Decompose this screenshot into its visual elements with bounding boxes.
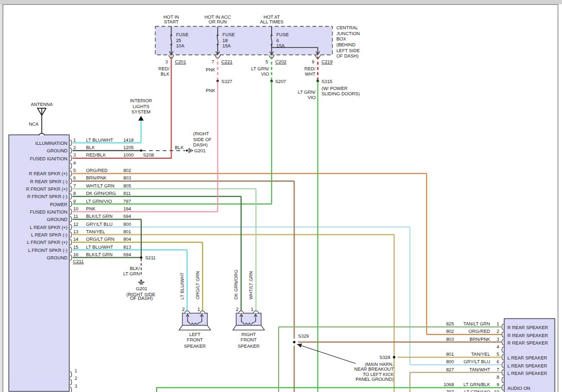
svg-text:8: 8: [74, 191, 76, 196]
svg-text:2: 2: [496, 329, 499, 334]
svg-text:G201: G201: [194, 148, 206, 153]
svg-text:C202: C202: [275, 59, 287, 64]
svg-text:BOX: BOX: [337, 36, 347, 42]
svg-text:9: 9: [312, 59, 314, 64]
svg-text:LIGHTS: LIGHTS: [133, 104, 150, 109]
svg-text:FUSE: FUSE: [276, 32, 289, 37]
svg-text:6: 6: [74, 175, 76, 181]
svg-text:TAN/YEL: TAN/YEL: [471, 352, 490, 357]
svg-text:OF DASH): OF DASH): [337, 53, 359, 59]
svg-text:ILLUMINATION: ILLUMINATION: [35, 141, 67, 146]
svg-text:RIGHT: RIGHT: [241, 332, 256, 337]
svg-text:DK GRN/ORG: DK GRN/ORG: [233, 270, 239, 299]
svg-text:802: 802: [446, 329, 454, 334]
svg-text:RED/: RED/: [158, 66, 169, 71]
svg-text:S208: S208: [143, 152, 154, 158]
svg-text:S315: S315: [322, 79, 332, 84]
svg-text:TO LEFT KICK: TO LEFT KICK: [363, 372, 394, 377]
svg-text:JUNCTION: JUNCTION: [337, 31, 360, 36]
svg-text:1000: 1000: [124, 152, 134, 158]
svg-text:LT GRN: LT GRN: [123, 271, 140, 276]
svg-text:DASH): DASH): [193, 142, 208, 148]
svg-text:OR RUN: OR RUN: [208, 19, 226, 24]
svg-text:3: 3: [496, 337, 499, 342]
svg-text:ORG/RED: ORG/RED: [86, 168, 108, 173]
svg-text:ALL TIMES: ALL TIMES: [260, 19, 283, 24]
svg-text:LT BLU/WHT: LT BLU/WHT: [180, 272, 185, 300]
svg-text:1205: 1205: [124, 145, 134, 150]
svg-text:SLIDING DOORS): SLIDING DOORS): [322, 91, 360, 96]
svg-text:L REAR SPKR (-): L REAR SPKR (-): [31, 232, 67, 238]
svg-text:L REAR SPEAKER: L REAR SPEAKER: [508, 355, 548, 361]
svg-text:BLK: BLK: [86, 145, 95, 150]
svg-text:825: 825: [446, 321, 454, 326]
svg-text:L FRONT SPKR (+): L FRONT SPKR (+): [27, 240, 67, 245]
svg-text:14: 14: [74, 236, 79, 242]
svg-text:C201: C201: [175, 59, 186, 64]
svg-text:R REAR SPEAKER: R REAR SPEAKER: [508, 340, 548, 346]
svg-text:S211: S211: [145, 255, 156, 260]
svg-text:S328: S328: [379, 355, 390, 360]
svg-text:SYSTEM: SYSTEM: [132, 109, 151, 115]
svg-text:FUSED IGNITION: FUSED IGNITION: [30, 209, 67, 215]
svg-text:BLK: BLK: [161, 71, 170, 77]
svg-text:START: START: [164, 19, 179, 24]
svg-text:801: 801: [446, 352, 454, 357]
svg-text:LEFT SIDE: LEFT SIDE: [337, 48, 360, 53]
svg-text:4: 4: [74, 160, 76, 166]
svg-text:TAN/LT GRN: TAN/LT GRN: [463, 321, 490, 326]
svg-text:PNK: PNK: [86, 206, 96, 211]
svg-text:694: 694: [124, 252, 132, 257]
svg-text:6: 6: [276, 38, 279, 43]
svg-text:L REAR SPEAKER: L REAR SPEAKER: [508, 363, 548, 369]
svg-text:6: 6: [496, 359, 499, 364]
svg-text:LT GRN/BLK: LT GRN/BLK: [463, 382, 490, 387]
svg-text:HOT AT: HOT AT: [264, 14, 280, 20]
svg-text:GRY/LT BLU: GRY/LT BLU: [86, 222, 113, 227]
svg-text:ORG/LT GRN: ORG/LT GRN: [195, 271, 200, 299]
svg-text:1: 1: [496, 321, 499, 326]
svg-text:803: 803: [446, 337, 454, 342]
svg-text:694: 694: [124, 214, 132, 219]
svg-text:GRY/LT BLU: GRY/LT BLU: [463, 359, 490, 364]
svg-text:25: 25: [176, 38, 182, 43]
svg-text:10: 10: [494, 389, 499, 392]
svg-text:LT GRN/: LT GRN/: [298, 89, 316, 95]
svg-text:FRONT: FRONT: [187, 337, 203, 342]
svg-text:827: 827: [446, 367, 454, 372]
svg-text:194: 194: [124, 206, 132, 211]
svg-text:NCA: NCA: [29, 121, 39, 127]
svg-text:800: 800: [446, 359, 454, 364]
svg-text:LT GRN/VIO: LT GRN/VIO: [465, 389, 491, 392]
svg-text:LT BLU/WHT: LT BLU/WHT: [86, 244, 114, 250]
svg-text:VIO: VIO: [308, 95, 316, 100]
svg-text:RED/: RED/: [304, 66, 315, 71]
svg-text:GROUND: GROUND: [47, 148, 68, 153]
svg-text:AUDIO ON: AUDIO ON: [508, 386, 531, 391]
svg-text:PNK: PNK: [206, 67, 215, 72]
svg-text:GROUND: GROUND: [47, 217, 68, 222]
svg-text:RED/BLK: RED/BLK: [86, 152, 106, 158]
svg-text:3: 3: [74, 152, 76, 158]
svg-text:1: 1: [75, 368, 77, 373]
svg-text:SIDE OF: SIDE OF: [193, 137, 212, 142]
svg-text:2: 2: [74, 145, 76, 150]
svg-text:LT GRN/VIO: LT GRN/VIO: [86, 199, 112, 204]
svg-text:LT BLU/WHT: LT BLU/WHT: [86, 137, 114, 143]
svg-text:7: 7: [496, 367, 499, 372]
svg-text:2: 2: [75, 375, 77, 381]
svg-text:R REAR SPKR (-): R REAR SPKR (-): [30, 179, 68, 184]
svg-text:LEFT: LEFT: [189, 332, 201, 337]
svg-text:1068: 1068: [444, 382, 454, 387]
svg-text:S207: S207: [275, 79, 286, 84]
svg-text:FUSED IGNITION: FUSED IGNITION: [30, 156, 67, 161]
svg-text:G201: G201: [136, 286, 147, 291]
svg-text:9: 9: [74, 199, 76, 204]
svg-text:801: 801: [124, 229, 132, 234]
svg-text:R REAR SPEAKER: R REAR SPEAKER: [508, 333, 548, 338]
svg-text:7: 7: [74, 183, 76, 189]
svg-text:FRONT: FRONT: [241, 337, 257, 342]
svg-text:HOT IN ACC: HOT IN ACC: [205, 14, 231, 20]
svg-text:PANEL GROUND): PANEL GROUND): [356, 377, 394, 382]
svg-text:813: 813: [124, 244, 132, 250]
